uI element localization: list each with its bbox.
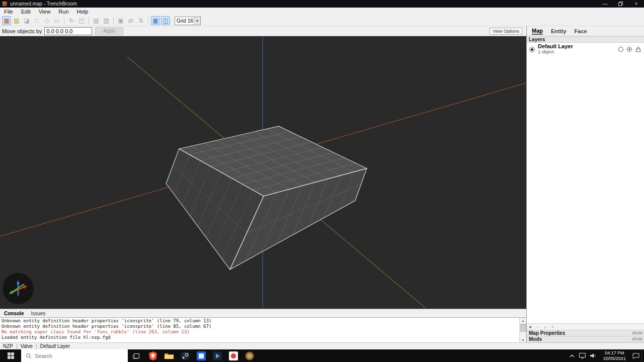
uv-lock-button[interactable]: ◫ [161, 16, 170, 25]
texture-lock-icon: ▦ [152, 18, 158, 24]
status-item: Default Layer [40, 343, 70, 349]
menu-item-help[interactable]: Help [73, 8, 93, 16]
texture-tool-icon: ▤ [93, 18, 99, 24]
action-center-icon[interactable] [632, 353, 639, 359]
flip-horizontal-button: ⇄ [126, 16, 135, 25]
duplicate-objects-button: ▣ [116, 16, 125, 25]
texture-lock-button[interactable]: ▦ [151, 16, 160, 25]
console-log-line: Unknown entity definition header propert… [2, 318, 518, 324]
window-title: unnamed.map - TrenchBroom [10, 0, 77, 8]
console-tab-issues[interactable]: Issues [31, 311, 45, 316]
uv-lock-icon: ◫ [163, 18, 168, 24]
layer-icons [618, 46, 641, 53]
right-panel: MapEntityFace Layers Default Layer 1 obj… [526, 26, 644, 342]
taskbar-app-red-button[interactable] [225, 349, 242, 362]
layer-list-item[interactable]: Default Layer 1 object [527, 43, 644, 56]
restore-button[interactable] [613, 0, 628, 8]
taskbar-app-blue-button[interactable] [193, 349, 209, 362]
window-controls: — × [597, 0, 644, 8]
media-app-icon [213, 351, 222, 360]
toolbar-icons: ▦▧◪□◇▭↻◰▤▥▣⇄⇅▦◫ [0, 16, 171, 26]
system-tray: 04:17 PM 20/05/2021 [570, 349, 641, 362]
lock-icon[interactable] [635, 46, 641, 53]
console-tabs: ConsoleIssues [0, 309, 526, 317]
toolbar: ▦▧◪□◇▭↻◰▤▥▣⇄⇅▦◫ Grid 16 ▼ [0, 16, 644, 26]
minimize-button[interactable]: — [597, 0, 613, 8]
start-button[interactable] [0, 349, 21, 362]
console-scrollbar[interactable]: ▲ ▼ [519, 318, 526, 343]
menu-item-view[interactable]: View [35, 8, 55, 16]
status-separator: | [16, 343, 18, 349]
taskbar-file-explorer-button[interactable] [161, 349, 177, 362]
menu-item-file[interactable]: File [0, 8, 17, 16]
edge-tool-icon: ◇ [44, 18, 49, 24]
clock-time: 04:17 PM [603, 350, 626, 356]
panel-tabs: MapEntityFace [527, 26, 644, 36]
console-log-line: Unknown entity definition header propert… [2, 324, 518, 329]
omit-toggle-icon[interactable] [618, 46, 624, 52]
taskbar-steam-button[interactable] [177, 349, 193, 362]
search-icon [26, 353, 32, 359]
trenchbroom-window: unnamed.map - TrenchBroom — × FileEditVi… [0, 0, 644, 362]
scroll-up-icon[interactable]: ▲ [520, 318, 526, 324]
layers-header-label: Layers [529, 37, 545, 42]
task-view-button[interactable] [128, 349, 145, 362]
grid-size-dropdown[interactable]: Grid 16 ▼ [175, 17, 201, 25]
taskbar-brave-button[interactable] [145, 349, 161, 362]
close-button[interactable]: × [628, 0, 644, 8]
chevron-down-icon: ▼ [194, 17, 200, 25]
taskbar-search-box[interactable] [21, 349, 128, 362]
add-layer-button[interactable]: + [529, 324, 532, 330]
selection-tool-button[interactable]: ▦ [2, 16, 11, 25]
taskbar-search-input[interactable] [35, 353, 115, 359]
task-view-icon [132, 352, 140, 359]
layer-radio-button[interactable] [529, 47, 535, 52]
clock-date: 20/05/2021 [603, 356, 626, 361]
texture-apply-tool-button: ▥ [102, 16, 111, 25]
scrollbar-thumb[interactable] [520, 324, 526, 332]
selection-tool-icon: ▦ [4, 18, 9, 24]
tab-entity[interactable]: Entity [551, 28, 567, 34]
status-bar: NZP|Valve|Default Layer [0, 342, 644, 349]
tab-map[interactable]: Map [532, 28, 543, 35]
face-tool-icon: ▭ [54, 18, 59, 24]
edge-tool-button: ◇ [42, 16, 51, 25]
menu-item-run[interactable]: Run [54, 8, 72, 16]
console-panel: ConsoleIssues Unknown entity definition … [0, 309, 526, 342]
toolbar-separator [64, 17, 64, 24]
toolbar-separator [148, 17, 148, 24]
hidden-icons-chevron-icon[interactable] [570, 354, 575, 358]
flip-vertical-icon: ⇅ [138, 18, 143, 24]
menu-item-edit[interactable]: Edit [17, 8, 35, 16]
console-tab-console[interactable]: Console [4, 311, 24, 316]
tab-face[interactable]: Face [575, 28, 587, 34]
volume-icon[interactable] [590, 353, 597, 358]
move-layer-up-button: ▲ [543, 324, 547, 330]
map-properties-label: Map Properties [529, 330, 565, 336]
brush-tool-button[interactable]: ▧ [12, 16, 21, 25]
clip-tool-icon: ◪ [24, 18, 29, 24]
map-properties-show-link[interactable]: show [632, 330, 642, 336]
move-objects-label: Move objects by [0, 28, 44, 34]
move-objects-input[interactable] [44, 27, 92, 35]
display-tray-icon[interactable] [579, 353, 586, 358]
taskbar-trenchbroom-button[interactable] [242, 349, 258, 362]
layer-texts: Default Layer 1 object [538, 44, 573, 55]
viewport-3d[interactable] [0, 36, 526, 309]
texture-tool-button: ▤ [92, 16, 101, 25]
rotate-tool-icon: ↻ [69, 18, 74, 24]
view-options-button[interactable]: View Options [490, 28, 522, 35]
trenchbroom-icon [245, 351, 254, 360]
visibility-icon[interactable] [626, 46, 632, 52]
console-log-line: No matching super class found for 'func_… [2, 329, 518, 335]
mods-show-link[interactable]: show [632, 336, 642, 342]
status-items: NZP|Valve|Default Layer [3, 343, 70, 349]
steam-icon [181, 351, 190, 360]
restore-icon [618, 2, 623, 6]
taskbar-media-app-button[interactable] [209, 349, 225, 362]
mods-label: Mods [529, 336, 542, 342]
texture-apply-tool-icon: ▥ [103, 18, 109, 24]
move-layer-down-button: ▼ [551, 324, 554, 330]
taskbar-clock[interactable]: 04:17 PM 20/05/2021 [601, 350, 628, 361]
show-desktop-button[interactable] [641, 349, 644, 362]
